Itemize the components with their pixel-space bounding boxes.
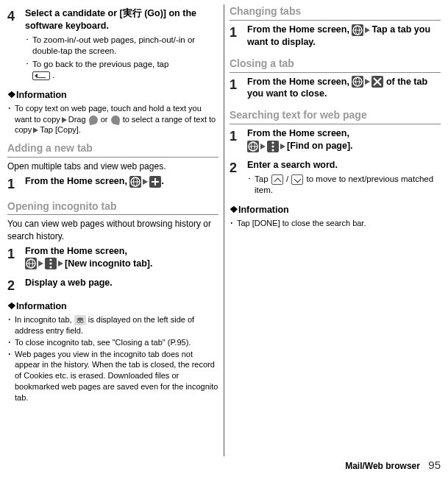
section-desc: Open multiple tabs and view web pages. xyxy=(7,160,218,172)
step-2: 2 Enter a search word. ･ Tap / to move t… xyxy=(230,159,441,198)
selection-handle-icon xyxy=(110,115,121,125)
right-column: Changing tabs 1 From the Home screen, Ta… xyxy=(227,4,444,456)
column-divider xyxy=(224,4,224,456)
step-heading: From the Home screen, of the tab you wan… xyxy=(247,76,441,101)
step-1: 1 From the Home screen, [New incognito t… xyxy=(7,245,218,272)
info-text: In incognito tab, is displayed on the le… xyxy=(15,314,218,336)
step-1: 1 From the Home screen, of the tab you w… xyxy=(230,76,441,103)
page-footer: Mail/Web browser 95 xyxy=(345,458,441,473)
step-2: 2 Display a web page. xyxy=(7,277,218,294)
step-number: 2 xyxy=(7,277,25,294)
step-heading: From the Home screen, . xyxy=(25,175,218,188)
section-heading: Opening incognito tab xyxy=(7,199,218,213)
globe-icon xyxy=(352,76,363,88)
close-icon xyxy=(371,76,383,88)
information-heading: ❖Information xyxy=(230,204,441,216)
step-number: 1 xyxy=(230,76,247,103)
triangle-icon xyxy=(260,144,266,149)
step-1: 1 From the Home screen, . xyxy=(7,175,218,193)
incognito-icon xyxy=(74,315,86,325)
bullet-text: To go back to the previous page, tap . xyxy=(32,59,218,82)
info-text: To copy text on web page, touch and hold… xyxy=(15,103,218,136)
globe-icon xyxy=(25,258,37,269)
triangle-icon xyxy=(143,179,148,185)
section-heading: Changing tabs xyxy=(230,4,441,18)
information-heading: ❖Information xyxy=(7,300,218,313)
bullet-text: Tap / to move to next/previous matched i… xyxy=(255,174,441,197)
step-heading: From the Home screen, Tap a tab you want… xyxy=(247,24,441,49)
menu-dots-icon xyxy=(267,141,279,152)
step-heading: Select a candidate or [実行 (Go)] on the s… xyxy=(25,7,218,32)
menu-dots-icon xyxy=(45,258,57,269)
chevron-up-icon xyxy=(271,174,283,185)
left-column: 4 Select a candidate or [実行 (Go)] on the… xyxy=(4,4,221,456)
step-number: 2 xyxy=(230,159,247,198)
triangle-icon xyxy=(365,27,370,33)
information-heading: ❖Information xyxy=(7,89,218,102)
step-number: 1 xyxy=(230,24,247,51)
globe-icon xyxy=(129,176,141,188)
section-desc: You can view web pages without browsing … xyxy=(7,218,218,241)
triangle-icon xyxy=(62,117,67,123)
info-text: Tap [DONE] to close the search bar. xyxy=(237,218,441,229)
section-heading: Searching text for web page xyxy=(230,108,441,122)
rule xyxy=(7,157,218,158)
footer-section: Mail/Web browser xyxy=(345,461,420,471)
globe-icon xyxy=(247,141,259,152)
bullet-text: To zoom-in/-out web pages, pinch-out/-in… xyxy=(32,35,218,57)
section-heading: Closing a tab xyxy=(230,57,441,71)
triangle-icon xyxy=(33,127,38,133)
step-1: 1 From the Home screen, [Find on page]. xyxy=(230,127,441,155)
step-number: 4 xyxy=(7,7,25,83)
triangle-icon xyxy=(58,261,63,266)
plus-icon xyxy=(149,176,161,188)
globe-icon xyxy=(352,24,363,36)
chevron-down-icon xyxy=(291,174,303,185)
step-4: 4 Select a candidate or [実行 (Go)] on the… xyxy=(7,7,218,83)
step-heading: Enter a search word. xyxy=(247,159,441,172)
step-number: 1 xyxy=(7,245,25,272)
step-number: 1 xyxy=(7,175,25,193)
step-number: 1 xyxy=(230,127,247,155)
step-heading: From the Home screen, [New incognito tab… xyxy=(25,245,218,270)
step-heading: Display a web page. xyxy=(25,277,218,289)
back-key-icon xyxy=(32,71,50,80)
rule xyxy=(230,20,441,21)
rule xyxy=(230,72,441,73)
triangle-icon xyxy=(365,79,370,85)
rule xyxy=(230,124,441,124)
selection-handle-icon xyxy=(88,115,99,125)
info-text: To close incognito tab, see "Closing a t… xyxy=(15,337,218,348)
footer-page-number: 95 xyxy=(428,459,441,471)
section-heading: Adding a new tab xyxy=(7,141,218,155)
step-heading: From the Home screen, [Find on page]. xyxy=(247,127,441,152)
step-1: 1 From the Home screen, Tap a tab you wa… xyxy=(230,24,441,51)
triangle-icon xyxy=(38,261,43,266)
info-text: Web pages you view in the incognito tab … xyxy=(15,349,218,403)
rule xyxy=(7,214,218,215)
triangle-icon xyxy=(280,144,285,149)
